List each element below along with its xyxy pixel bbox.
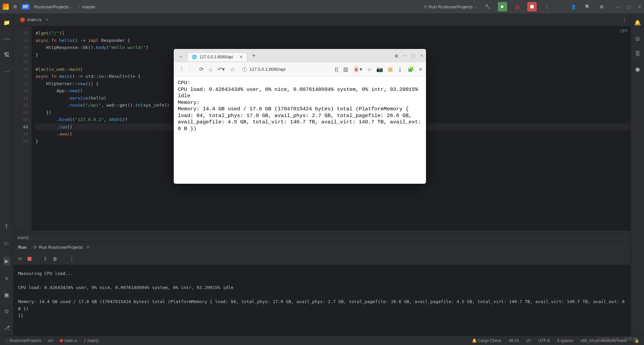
debug-tool-icon[interactable]: ▷	[5, 240, 9, 246]
browser-toolbar: 〈 〉 ⟳ ⌂ ↶▾ ☆ i 127.0.0.1:8080/api (( ▥ 🀄…	[174, 62, 426, 76]
problems-tool-icon[interactable]: ⊙	[4, 308, 9, 314]
left-tool-rail: 📁 -○- 🏗 ⋯ T ▷ ▶ ≡ ▣ ⊙ ⎇	[0, 13, 13, 336]
file-tab-main-rs[interactable]: main.rs ✕	[17, 13, 52, 26]
tool-t-icon[interactable]: T	[5, 224, 8, 230]
horizontal-scrollbar[interactable]	[13, 230, 631, 234]
git-branch[interactable]: ᚶ master ⌄	[78, 4, 101, 9]
stop-button[interactable]	[527, 2, 537, 11]
jetbrains-logo	[3, 4, 9, 10]
cargo-check-button[interactable]: 🔔 Cargo Check	[472, 338, 501, 343]
indent[interactable]: 4 spaces	[557, 338, 573, 343]
svg-rect-0	[530, 5, 534, 8]
more-tool-icon[interactable]: ⋯	[4, 68, 9, 74]
console-more-icon[interactable]: ⋮	[69, 256, 74, 262]
undo-icon[interactable]: ↶▾	[218, 66, 225, 72]
downloads-icon[interactable]: ⭳	[397, 66, 403, 72]
run-tool-icon[interactable]: ▶	[3, 256, 10, 266]
terminal-tool-icon[interactable]: ▣	[4, 292, 9, 298]
globe-icon: 🌐	[192, 55, 197, 59]
address-bar[interactable]: i 127.0.0.1:8080/api	[242, 67, 286, 72]
cargo-icon[interactable]: ⬣	[635, 66, 640, 73]
back-icon[interactable]: 〈	[178, 66, 183, 73]
tab-close-icon[interactable]: ✕	[45, 17, 49, 22]
inspection-off-badge[interactable]: OFF	[620, 29, 628, 34]
bookmark-star-icon[interactable]: ☆	[230, 66, 235, 72]
run-tab[interactable]: Run	[18, 245, 26, 250]
run-button[interactable]	[498, 2, 507, 11]
browser-content[interactable]: CPU: CPU load: 0.42643434% user, 0% nice…	[174, 76, 426, 184]
rust-file-icon	[20, 17, 25, 22]
project-tool-icon[interactable]: 📁	[3, 19, 10, 26]
browser-tab[interactable]: 🌐 127.0.0.1:8080/api ✕	[187, 52, 247, 61]
maximize-button[interactable]: ▢	[627, 4, 631, 9]
console-output[interactable]: Measuring CPU load... CPU load: 0.426434…	[13, 265, 631, 336]
status-breadcrumb[interactable]: ▢ RustroverProjects› src› main.rs› ƒ mai…	[5, 338, 99, 343]
home-icon[interactable]: ⌂	[209, 66, 212, 72]
browser-tab-strip: ⌄ 🌐 127.0.0.1:8080/api ✕ + ▣ — ▢ ✕	[174, 49, 426, 62]
sidebar-toggle-icon[interactable]: ⌄	[176, 52, 185, 60]
browser-close-button[interactable]: ✕	[420, 53, 423, 58]
file-tab-label: main.rs	[27, 17, 42, 22]
gutter: 35363738394041424344454647484950	[13, 26, 32, 230]
vcs-tool-icon[interactable]: ⎇	[4, 325, 10, 331]
debug-icon[interactable]: 🐞	[513, 3, 521, 11]
commit-tool-icon[interactable]: -○-	[3, 36, 10, 42]
stop-process-icon[interactable]	[28, 257, 32, 261]
screenshot-icon[interactable]: 📷	[376, 66, 383, 72]
browser-maximize-button[interactable]: ▢	[412, 53, 415, 58]
run-config-tab[interactable]: ⟳Run RustroverProjects ✕	[33, 245, 90, 250]
code-with-me-icon[interactable]: 👤	[570, 3, 578, 11]
extensions-icon[interactable]: 🧩	[408, 66, 414, 72]
clear-icon[interactable]: 🗑	[53, 256, 57, 262]
project-name[interactable]: RustroverProjects ⌄	[34, 4, 74, 9]
note-icon[interactable]: ▦	[388, 66, 393, 72]
scroll-to-end-icon[interactable]: ↧	[43, 256, 47, 262]
tool-list-icon[interactable]: ≡	[5, 276, 8, 282]
settings-icon[interactable]: ⚙	[598, 3, 606, 11]
browser-tab-title: 127.0.0.1:8080/api	[200, 55, 233, 59]
right-tool-rail: 🔔 ◎ 🗄 ⬣	[631, 13, 644, 336]
run-panel: Run ⟳Run RustroverProjects ✕ ⟳ | ↧ 🗑 | ⋮…	[13, 242, 631, 336]
title-bar: ≡ RP RustroverProjects ⌄ ᚶ master ⌄ ⟳ Ru…	[0, 0, 644, 13]
line-sep[interactable]: LF	[526, 338, 531, 343]
project-badge: RP	[22, 4, 30, 9]
translate-icon[interactable]: 🀄▾	[353, 66, 362, 72]
encoding[interactable]: UTF-8	[538, 338, 550, 343]
browser-minimize-button[interactable]: —	[403, 53, 407, 58]
main-menu-icon[interactable]: ≡	[13, 3, 17, 10]
browser-window: ⌄ 🌐 127.0.0.1:8080/api ✕ + ▣ — ▢ ✕ 〈 〉 ⟳…	[174, 49, 426, 184]
database-icon[interactable]: 🗄	[635, 51, 640, 57]
url-text: 127.0.0.1:8080/api	[250, 67, 286, 72]
build-icon[interactable]: 🔨	[484, 3, 492, 11]
reload-icon[interactable]: ⟳	[199, 66, 204, 72]
status-bar: ▢ RustroverProjects› src› main.rs› ƒ mai…	[0, 336, 644, 345]
browser-tab-close-icon[interactable]: ✕	[239, 55, 243, 59]
new-tab-button[interactable]: +	[249, 51, 258, 61]
close-button[interactable]: ✕	[638, 4, 641, 9]
run-config-selector[interactable]: ⟳ Run RustroverProjects ⌄	[424, 4, 478, 9]
reader-icon[interactable]: ((	[335, 66, 338, 72]
favorites-icon[interactable]: ☆	[367, 66, 372, 72]
browser-panel-icon[interactable]: ▣	[394, 53, 398, 58]
ai-icon[interactable]: ◎	[635, 35, 640, 42]
editor-breadcrumb[interactable]: main()	[13, 234, 631, 242]
run-tab-close-icon[interactable]: ✕	[86, 245, 90, 250]
editor-tabs: main.rs ✕ ⋮	[13, 13, 631, 26]
info-icon[interactable]: i	[242, 67, 247, 72]
watermark: CSDN @向上的车轮	[597, 336, 637, 342]
cursor-pos[interactable]: 48:15	[509, 338, 519, 343]
forward-icon[interactable]: 〉	[189, 66, 194, 73]
structure-tool-icon[interactable]: 🏗	[4, 52, 9, 58]
minimize-button[interactable]: —	[616, 4, 620, 9]
tab-more-icon[interactable]: ⋮	[622, 16, 627, 23]
search-icon[interactable]: 🔍	[584, 3, 592, 11]
library-icon[interactable]: ▥	[343, 66, 348, 72]
browser-menu-icon[interactable]: ≡	[419, 66, 422, 72]
rerun-icon[interactable]: ⟳	[18, 256, 22, 262]
more-icon[interactable]: ⋮	[543, 3, 551, 11]
notifications-icon[interactable]: 🔔	[634, 19, 641, 26]
